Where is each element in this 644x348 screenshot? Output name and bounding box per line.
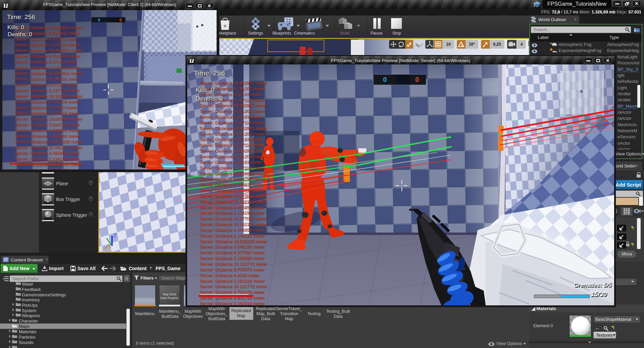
- svg-text:Z: Z: [113, 233, 116, 238]
- svg-text:u: u: [224, 23, 226, 28]
